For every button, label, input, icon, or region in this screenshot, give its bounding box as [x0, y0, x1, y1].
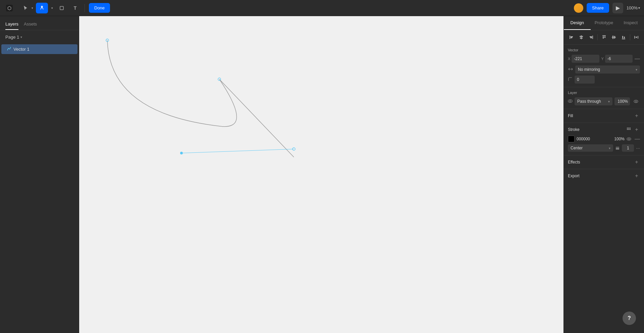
stroke-remove-button[interactable]: — [635, 136, 640, 142]
x-input[interactable] [572, 55, 599, 63]
stroke-more-options-button[interactable]: ··· [636, 145, 640, 151]
corner-radius-row [568, 76, 640, 84]
svg-rect-9 [580, 38, 583, 39]
vector-layer-icon [7, 46, 11, 52]
tab-layers[interactable]: Layers [5, 19, 18, 30]
unlink-dimensions-button[interactable]: — [635, 55, 640, 63]
align-center-h-button[interactable] [577, 33, 585, 42]
align-center-v-button[interactable] [609, 33, 618, 42]
pen-tool-dropdown[interactable]: ▾ [51, 6, 54, 10]
corner-radius-icon [568, 77, 573, 83]
figma-logo-button[interactable]: ⬡ [4, 3, 15, 13]
tab-inspect[interactable]: Inspect [617, 16, 644, 30]
pen-tool-button[interactable] [36, 3, 48, 13]
svg-rect-3 [60, 6, 63, 10]
svg-point-36 [628, 138, 630, 140]
page-chevron-icon: ▾ [20, 35, 22, 39]
play-button[interactable]: ▶ [612, 3, 623, 13]
add-effect-button[interactable]: + [633, 159, 640, 165]
sidebar-tabs: Layers Assets [0, 16, 79, 30]
y-input[interactable] [605, 55, 633, 63]
toolbar: ⬡ ▾ ▾ T Done Share ▶ 100% ▾ [0, 0, 644, 16]
page-selector[interactable]: Page 1 ▾ [0, 30, 79, 44]
svg-rect-17 [612, 36, 613, 39]
svg-rect-34 [630, 129, 631, 130]
layer-section-label: Layer [568, 91, 640, 95]
fill-section: Fill + [564, 109, 644, 123]
help-button[interactable]: ? [623, 312, 636, 325]
export-section-label: Export [568, 174, 580, 178]
distribute-h-button[interactable] [632, 33, 641, 42]
layer-section: Layer Pass through ▾ [564, 87, 644, 109]
stroke-align-dropdown[interactable]: Center ▾ [568, 144, 613, 152]
opacity-input[interactable] [614, 97, 630, 105]
right-sidebar: Design Prototype Inspect [564, 16, 644, 333]
stroke-grid-button[interactable] [627, 127, 631, 132]
align-top-button[interactable] [600, 33, 608, 42]
stroke-color-row: 000000 100% — [568, 136, 640, 142]
zoom-indicator[interactable]: 100% ▾ [627, 5, 640, 10]
share-button[interactable]: Share [587, 3, 609, 13]
stroke-opacity[interactable]: 100% [612, 137, 625, 141]
stroke-sub-row: Center ▾ 1 ··· [568, 144, 640, 152]
move-tool-button[interactable] [20, 3, 31, 13]
align-left-button[interactable] [567, 33, 576, 42]
blend-mode-dropdown[interactable]: Pass through ▾ [575, 97, 612, 105]
shape-tool-button[interactable] [56, 3, 67, 13]
handle-point-1[interactable] [180, 152, 183, 154]
left-sidebar: Layers Assets Page 1 ▾ Vector 1 [0, 16, 79, 333]
svg-rect-5 [571, 36, 573, 37]
svg-rect-12 [590, 37, 592, 38]
done-button[interactable]: Done [89, 3, 110, 13]
layer-item-vector1[interactable]: Vector 1 [1, 44, 77, 54]
svg-rect-15 [604, 36, 605, 38]
stroke-visibility-button[interactable] [627, 137, 631, 142]
effects-section-label: Effects [568, 160, 580, 164]
svg-point-35 [627, 138, 631, 140]
x-coord-group: X [568, 55, 599, 63]
svg-rect-16 [612, 37, 616, 38]
svg-rect-19 [622, 39, 625, 39]
svg-rect-4 [570, 36, 570, 39]
svg-rect-31 [630, 128, 631, 129]
align-right-button[interactable] [587, 33, 595, 42]
vector-path [107, 40, 294, 157]
svg-rect-33 [628, 129, 629, 130]
stroke-align-chevron-icon: ▾ [609, 146, 610, 150]
align-bottom-button[interactable] [619, 33, 628, 42]
svg-rect-7 [581, 35, 582, 39]
svg-rect-32 [627, 129, 628, 130]
canvas[interactable] [79, 16, 564, 333]
stroke-color-hex[interactable]: 000000 [577, 137, 610, 141]
stroke-section-label: Stroke [568, 127, 580, 132]
visibility-toggle-button[interactable] [632, 97, 640, 105]
align-separator-2 [630, 34, 630, 40]
stroke-section: Stroke + [564, 123, 644, 155]
svg-rect-13 [602, 35, 606, 36]
add-export-button[interactable]: + [633, 173, 640, 179]
corner-radius-input[interactable] [575, 76, 595, 84]
effects-section: Effects + [564, 155, 644, 169]
mirroring-dropdown[interactable]: No mirroring ▾ [575, 65, 640, 74]
stroke-color-swatch[interactable] [568, 136, 575, 142]
toolbar-separator [85, 4, 85, 12]
export-section-header: Export + [568, 173, 640, 179]
mirroring-row: No mirroring ▾ [568, 65, 640, 74]
stroke-weight-input[interactable]: 1 [622, 144, 634, 152]
add-stroke-button[interactable]: + [633, 126, 640, 133]
tab-prototype[interactable]: Prototype [591, 16, 618, 30]
svg-point-28 [635, 101, 637, 102]
add-fill-button[interactable]: + [633, 112, 640, 119]
stroke-weight-icon [615, 145, 620, 151]
vector-section: Vector X Y — [564, 45, 644, 87]
text-tool-button[interactable]: T [70, 3, 80, 13]
svg-rect-14 [603, 36, 604, 39]
blend-mode-label: Pass through [577, 99, 601, 104]
tab-assets[interactable]: Assets [24, 19, 37, 30]
tab-design[interactable]: Design [564, 16, 591, 30]
svg-text:⬡: ⬡ [7, 5, 11, 11]
user-avatar[interactable] [574, 3, 583, 13]
tool-chevron[interactable]: ▾ [32, 6, 33, 10]
coords-row: X Y — [568, 55, 640, 63]
panel-tabs: Design Prototype Inspect [564, 16, 644, 30]
